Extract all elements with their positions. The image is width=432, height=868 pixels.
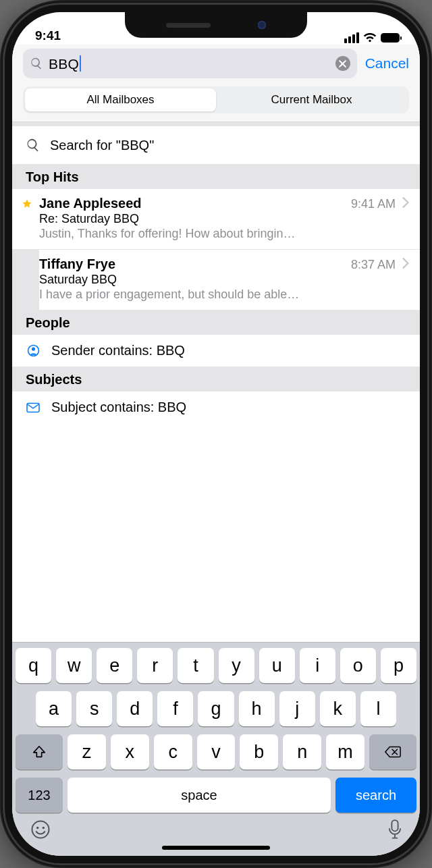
key-g[interactable]: g bbox=[198, 691, 234, 726]
key-row-4: 123 space search bbox=[16, 778, 416, 813]
segment-all-mailboxes[interactable]: All Mailboxes bbox=[25, 88, 216, 111]
backspace-icon bbox=[384, 745, 402, 759]
search-field[interactable]: BBQ bbox=[23, 49, 357, 78]
search-icon bbox=[26, 138, 40, 153]
segment-current-mailbox[interactable]: Current Mailbox bbox=[216, 88, 407, 111]
key-m[interactable]: m bbox=[326, 734, 364, 769]
screen: 9:41 BBQ Cancel All Mailboxes bbox=[12, 12, 420, 856]
numbers-key[interactable]: 123 bbox=[16, 778, 63, 813]
svg-rect-6 bbox=[392, 820, 398, 831]
speaker bbox=[166, 23, 211, 28]
star-icon bbox=[20, 198, 34, 212]
emoji-key[interactable] bbox=[30, 819, 51, 842]
key-e[interactable]: e bbox=[97, 648, 132, 683]
svg-point-1 bbox=[31, 348, 34, 351]
svg-point-5 bbox=[43, 827, 45, 830]
key-u[interactable]: u bbox=[259, 648, 295, 683]
key-row-2: a s d f g h j k l bbox=[16, 691, 416, 726]
key-y[interactable]: y bbox=[219, 648, 254, 683]
key-s[interactable]: s bbox=[76, 691, 112, 726]
people-suggestion-label: Sender contains: BBQ bbox=[51, 343, 185, 358]
people-suggestion-row[interactable]: Sender contains: BBQ bbox=[12, 335, 420, 367]
subject-suggestion-label: Subject contains: BBQ bbox=[51, 400, 186, 415]
chevron-right-icon bbox=[402, 258, 409, 269]
keyboard: q w e r t y u i o p a s d f g h j k l bbox=[12, 642, 420, 856]
emoji-icon bbox=[30, 819, 51, 840]
key-i[interactable]: i bbox=[300, 648, 335, 683]
key-j[interactable]: j bbox=[279, 691, 315, 726]
key-r[interactable]: r bbox=[137, 648, 173, 683]
subject-suggestion-row[interactable]: Subject contains: BBQ bbox=[12, 391, 420, 423]
section-top-hits: Top Hits bbox=[12, 164, 420, 189]
section-people: People bbox=[12, 310, 420, 335]
key-a[interactable]: a bbox=[36, 691, 72, 726]
clear-search-button[interactable] bbox=[335, 56, 350, 71]
section-subjects: Subjects bbox=[12, 367, 420, 391]
key-row-1: q w e r t y u i o p bbox=[16, 648, 416, 683]
key-d[interactable]: d bbox=[117, 691, 153, 726]
key-b[interactable]: b bbox=[240, 734, 278, 769]
search-action-key[interactable]: search bbox=[335, 778, 416, 813]
battery-icon bbox=[381, 33, 400, 43]
search-header: BBQ Cancel All Mailboxes Current Mailbox bbox=[12, 45, 420, 122]
mail-subject: Re: Saturday BBQ bbox=[39, 212, 409, 226]
dictation-key[interactable] bbox=[388, 819, 402, 842]
key-p[interactable]: p bbox=[381, 648, 416, 683]
device-frame: 9:41 BBQ Cancel All Mailboxes bbox=[0, 0, 432, 868]
search-for-row[interactable]: Search for "BBQ" bbox=[12, 126, 420, 164]
wifi-icon bbox=[363, 33, 377, 43]
search-input-text: BBQ bbox=[49, 55, 330, 72]
mail-time: 9:41 AM bbox=[351, 197, 396, 211]
status-icons bbox=[344, 32, 400, 43]
mail-preview: Justin, Thanks for offering! How about b… bbox=[39, 227, 409, 241]
home-indicator[interactable] bbox=[162, 846, 270, 850]
search-icon bbox=[30, 57, 43, 70]
backspace-key[interactable] bbox=[369, 734, 416, 769]
svg-point-3 bbox=[32, 821, 49, 838]
key-row-3: z x c v b n m bbox=[16, 734, 416, 769]
mail-row[interactable]: Jane Appleseed 9:41 AM Re: Saturday BBQ … bbox=[12, 189, 420, 249]
key-z[interactable]: z bbox=[68, 734, 106, 769]
envelope-icon bbox=[26, 402, 40, 413]
key-w[interactable]: w bbox=[56, 648, 92, 683]
space-key[interactable]: space bbox=[68, 778, 331, 813]
cancel-button[interactable]: Cancel bbox=[365, 55, 409, 72]
key-t[interactable]: t bbox=[178, 648, 213, 683]
key-f[interactable]: f bbox=[157, 691, 193, 726]
search-for-label: Search for "BBQ" bbox=[50, 138, 154, 153]
key-n[interactable]: n bbox=[283, 734, 321, 769]
mail-subject: Saturday BBQ bbox=[39, 273, 409, 287]
mail-from: Tiffany Frye bbox=[39, 256, 344, 272]
shift-key[interactable] bbox=[16, 734, 63, 769]
chevron-right-icon bbox=[402, 197, 409, 208]
key-o[interactable]: o bbox=[340, 648, 376, 683]
results-list: Search for "BBQ" Top Hits Jane Appleseed… bbox=[12, 122, 420, 423]
key-k[interactable]: k bbox=[320, 691, 356, 726]
notch bbox=[125, 12, 307, 38]
key-l[interactable]: l bbox=[360, 691, 396, 726]
key-q[interactable]: q bbox=[16, 648, 51, 683]
front-camera bbox=[258, 21, 266, 29]
svg-point-4 bbox=[36, 827, 39, 830]
key-x[interactable]: x bbox=[111, 734, 149, 769]
mic-icon bbox=[388, 819, 402, 840]
cellular-icon bbox=[344, 32, 359, 43]
mail-preview: I have a prior engagement, but should be… bbox=[39, 288, 409, 302]
mail-time: 8:37 AM bbox=[351, 258, 396, 272]
key-v[interactable]: v bbox=[197, 734, 236, 769]
key-c[interactable]: c bbox=[154, 734, 192, 769]
mailbox-scope-segmented[interactable]: All Mailboxes Current Mailbox bbox=[23, 86, 409, 113]
mail-row[interactable]: Tiffany Frye 8:37 AM Saturday BBQ I have… bbox=[39, 249, 420, 310]
close-icon bbox=[339, 60, 346, 67]
mail-from: Jane Appleseed bbox=[39, 196, 344, 211]
shift-icon bbox=[32, 744, 47, 759]
keyboard-bottom-bar bbox=[16, 817, 416, 842]
status-time: 9:41 bbox=[35, 28, 61, 43]
person-icon bbox=[26, 344, 40, 357]
key-h[interactable]: h bbox=[239, 691, 275, 726]
